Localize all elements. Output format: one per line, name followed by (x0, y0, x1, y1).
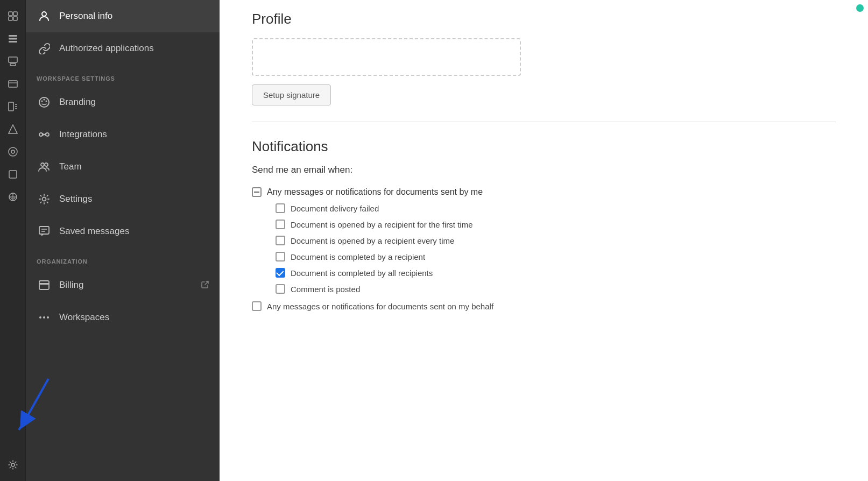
svg-point-16 (9, 147, 17, 156)
checkbox-child-4[interactable] (276, 252, 285, 261)
child-label-4: Document is completed by a recipient (291, 252, 425, 261)
svg-point-23 (42, 12, 46, 16)
signature-box (252, 38, 521, 76)
svg-point-44 (43, 316, 45, 319)
icon-bar-item-9[interactable] (3, 187, 23, 207)
icon-bar-item-7[interactable] (3, 142, 23, 161)
setup-signature-button[interactable]: Setup signature (252, 84, 331, 105)
notification-parent-1: Any messages or notifications for docume… (252, 187, 836, 197)
icon-bar-item-3[interactable] (3, 52, 23, 71)
team-label: Team (59, 161, 82, 172)
main-content: Profile Setup signature Notifications Se… (220, 0, 868, 481)
icon-bar-item-2[interactable] (3, 29, 23, 48)
svg-rect-2 (9, 17, 12, 20)
branding-label: Branding (59, 97, 96, 108)
svg-point-27 (46, 101, 47, 102)
parent-notification-label-1: Any messages or notifications for docume… (267, 187, 483, 197)
svg-rect-1 (13, 12, 17, 16)
svg-point-17 (11, 150, 15, 153)
settings-label: Settings (59, 194, 92, 204)
notifications-title: Notifications (252, 138, 836, 155)
sidebar-item-billing[interactable]: Billing (26, 269, 220, 301)
svg-rect-3 (13, 17, 17, 20)
svg-point-36 (45, 163, 48, 166)
svg-point-35 (41, 163, 44, 166)
billing-label: Billing (59, 280, 83, 291)
profile-section: Profile Setup signature Notifications Se… (252, 0, 836, 311)
svg-rect-9 (9, 81, 17, 87)
sidebar-item-workspaces[interactable]: Workspaces (26, 301, 220, 334)
section-divider (252, 122, 836, 122)
parent-checkbox-1[interactable] (252, 187, 262, 197)
palette-icon (37, 95, 52, 110)
checkbox-child-2[interactable] (276, 220, 285, 229)
child-label-5: Document is completed by all recipients (291, 268, 433, 278)
child-label-1: Document delivery failed (291, 204, 379, 213)
workspaces-label: Workspaces (59, 312, 109, 323)
svg-point-26 (44, 99, 45, 101)
notification-group-1: Any messages or notifications for docume… (252, 187, 836, 294)
svg-point-29 (46, 133, 49, 136)
minus-icon (254, 192, 259, 193)
person-icon (37, 9, 52, 24)
child-label-6: Comment is posted (291, 285, 360, 294)
billing-icon (37, 278, 52, 293)
sidebar-item-branding[interactable]: Branding (26, 86, 220, 118)
external-link-icon (201, 281, 209, 290)
child-label-3: Document is opened by a recipient every … (291, 236, 454, 245)
svg-rect-5 (9, 38, 17, 40)
svg-point-25 (41, 101, 43, 102)
icon-bar-item-1[interactable] (3, 6, 23, 26)
sidebar-item-saved-messages[interactable]: Saved messages (26, 215, 220, 247)
teal-indicator (856, 4, 864, 12)
sidebar-item-settings[interactable]: Settings (26, 183, 220, 215)
authorized-apps-label: Authorized applications (59, 43, 154, 54)
notification-parent-2: Any messages or notifications for docume… (252, 301, 836, 311)
checkbox-child-1[interactable] (276, 203, 285, 213)
notification-child-4: Document is completed by a recipient (276, 252, 836, 261)
icon-bar (0, 0, 26, 481)
icon-bar-item-6[interactable] (3, 119, 23, 139)
svg-rect-8 (10, 63, 16, 66)
icon-bar-item-4[interactable] (3, 74, 23, 94)
icon-bar-item-5[interactable] (3, 97, 23, 116)
notifications-section: Notifications Send me an email when: Any… (252, 138, 836, 311)
svg-point-43 (39, 316, 41, 319)
svg-rect-41 (39, 281, 49, 289)
workspace-settings-label: WORKSPACE SETTINGS (26, 65, 220, 86)
svg-point-37 (43, 197, 46, 201)
svg-rect-18 (9, 171, 17, 178)
team-icon (37, 159, 52, 174)
chat-icon (37, 224, 52, 239)
personal-info-label: Personal info (59, 11, 112, 22)
link-icon (37, 41, 52, 56)
icon-bar-item-8[interactable] (3, 165, 23, 184)
svg-marker-15 (9, 125, 17, 133)
workspaces-icon (37, 310, 52, 325)
checkbox-child-5[interactable] (276, 268, 285, 278)
settings-icon (37, 192, 52, 207)
svg-rect-38 (39, 227, 49, 234)
organization-label: ORGANIZATION (26, 247, 220, 269)
sidebar: Personal info Authorized applications WO… (26, 0, 220, 481)
svg-point-22 (11, 463, 15, 466)
checkbox-parent-2[interactable] (252, 301, 262, 311)
svg-rect-6 (9, 41, 17, 43)
notification-child-1: Document delivery failed (276, 203, 836, 213)
send-email-label: Send me an email when: (252, 165, 836, 175)
svg-point-28 (39, 133, 43, 136)
svg-rect-0 (9, 12, 12, 16)
sidebar-item-authorized-apps[interactable]: Authorized applications (26, 32, 220, 65)
icon-bar-settings[interactable] (3, 455, 23, 475)
checkbox-child-6[interactable] (276, 284, 285, 294)
saved-messages-label: Saved messages (59, 226, 129, 237)
notification-child-3: Document is opened by a recipient every … (276, 236, 836, 245)
sidebar-item-integrations[interactable]: Integrations (26, 118, 220, 151)
integrations-icon (37, 127, 52, 142)
notification-children-1: Document delivery failed Document is ope… (252, 203, 836, 294)
svg-rect-42 (39, 283, 49, 285)
sidebar-item-personal-info[interactable]: Personal info (26, 0, 220, 32)
sidebar-item-team[interactable]: Team (26, 151, 220, 183)
checkbox-child-3[interactable] (276, 236, 285, 245)
svg-rect-11 (9, 102, 13, 111)
